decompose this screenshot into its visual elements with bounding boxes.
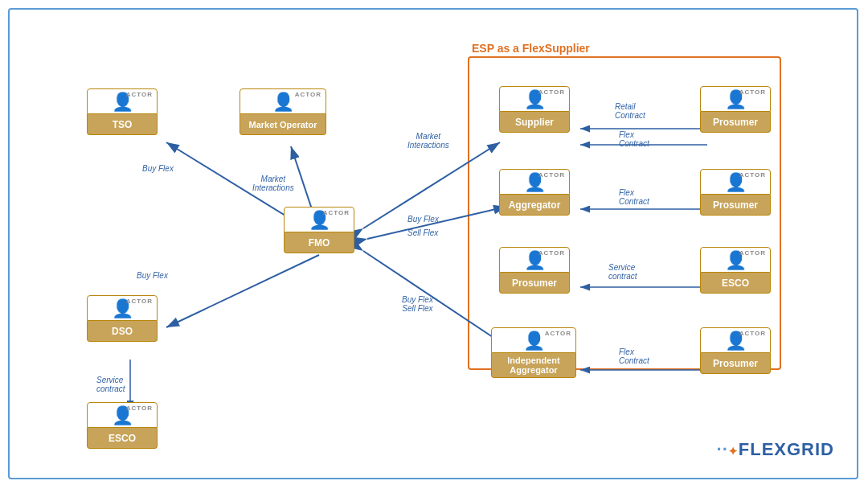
actor-prosumer1-icon: ACTOR 👤 bbox=[700, 86, 771, 112]
actor-prosumer3-name: Prosumer bbox=[499, 273, 570, 294]
actor-prosumer3: ACTOR 👤 Prosumer bbox=[498, 247, 571, 294]
label-retail-contract: RetailContract bbox=[615, 102, 645, 120]
actor-esco-right-icon: ACTOR 👤 bbox=[700, 247, 771, 273]
actor-independent-aggregator-name: Independent Aggregator bbox=[491, 353, 576, 378]
label-flex-contract-1: FlexContract bbox=[619, 130, 649, 148]
actor-prosumer1-name: Prosumer bbox=[700, 112, 771, 133]
actor-prosumer1: ACTOR 👤 Prosumer bbox=[699, 86, 772, 133]
label-flex-contract-3: FlexContract bbox=[619, 347, 649, 365]
label-sell-flex-agg: Sell Flex bbox=[407, 228, 438, 237]
label-market-int-fmo: MarketInteractions bbox=[252, 175, 294, 192]
flexgrid-logo: ··✦FLEXGRID bbox=[717, 439, 834, 460]
actor-prosumer4: ACTOR 👤 Prosumer bbox=[699, 327, 772, 374]
esp-label: ESP as a FlexSupplier bbox=[472, 42, 590, 55]
actor-fmo: ACTOR 👤 FMO bbox=[283, 207, 355, 253]
actor-supplier: ACTOR 👤 Supplier bbox=[498, 86, 571, 133]
flexgrid-dots: ·· bbox=[717, 439, 728, 459]
actor-fmo-name: FMO bbox=[284, 232, 354, 253]
actor-dso-icon: ACTOR 👤 bbox=[87, 295, 158, 321]
actor-supplier-icon: ACTOR 👤 bbox=[499, 86, 570, 112]
label-buy-flex-agg: Buy Flex bbox=[407, 215, 439, 224]
actor-supplier-name: Supplier bbox=[499, 112, 570, 133]
actor-independent-aggregator-icon: ACTOR 👤 bbox=[491, 327, 576, 353]
svg-line-6 bbox=[166, 255, 319, 327]
label-buy-flex-dso: Buy Flex bbox=[137, 271, 168, 280]
actor-aggregator-icon: ACTOR 👤 bbox=[499, 169, 570, 195]
actor-esco-right: ACTOR 👤 ESCO bbox=[699, 247, 772, 294]
flexgrid-brand: FLEXGRID bbox=[739, 439, 834, 459]
actor-independent-aggregator: ACTOR 👤 Independent Aggregator bbox=[490, 327, 577, 378]
label-service-contract-esco: Servicecontract bbox=[96, 376, 125, 393]
actor-tso-icon: ACTOR 👤 bbox=[87, 88, 158, 114]
main-diagram-border: ESP as a FlexSupplier FMO: Market Intera… bbox=[8, 8, 858, 479]
actor-prosumer2-name: Prosumer bbox=[700, 195, 771, 216]
label-buy-sell-flex-ia: Buy FlexSell Flex bbox=[402, 295, 433, 313]
actor-esco-right-name: ESCO bbox=[700, 273, 771, 294]
label-market-int-right: MarketInteractions bbox=[407, 132, 449, 150]
actor-aggregator: ACTOR 👤 Aggregator bbox=[498, 169, 571, 216]
actor-tso-name: TSO bbox=[87, 114, 158, 135]
actor-prosumer2-icon: ACTOR 👤 bbox=[700, 169, 771, 195]
actor-market-operator: ACTOR 👤 Market Operator bbox=[239, 88, 327, 135]
label-buy-flex-tso: Buy Flex bbox=[142, 164, 174, 173]
actor-market-operator-icon: ACTOR 👤 bbox=[240, 88, 326, 114]
actor-tso: ACTOR 👤 TSO bbox=[86, 88, 158, 135]
label-flex-contract-2: FlexContract bbox=[619, 188, 649, 206]
actor-dso-name: DSO bbox=[87, 321, 158, 342]
actor-fmo-icon: ACTOR 👤 bbox=[284, 207, 354, 232]
actor-aggregator-name: Aggregator bbox=[499, 195, 570, 216]
actor-dso: ACTOR 👤 DSO bbox=[86, 295, 158, 342]
actor-prosumer2: ACTOR 👤 Prosumer bbox=[699, 169, 772, 216]
actor-esco-bottom-icon: ACTOR 👤 bbox=[87, 402, 158, 428]
label-service-contract-right: Servicecontract bbox=[608, 263, 637, 281]
actor-esco-bottom-name: ESCO bbox=[87, 428, 158, 449]
actor-market-operator-name: Market Operator bbox=[240, 114, 326, 135]
flexgrid-star: ✦ bbox=[728, 445, 739, 458]
actor-esco-bottom: ACTOR 👤 ESCO bbox=[86, 402, 158, 449]
actor-prosumer4-icon: ACTOR 👤 bbox=[700, 327, 771, 353]
actor-prosumer4-name: Prosumer bbox=[700, 353, 771, 374]
actor-prosumer3-icon: ACTOR 👤 bbox=[499, 247, 570, 273]
